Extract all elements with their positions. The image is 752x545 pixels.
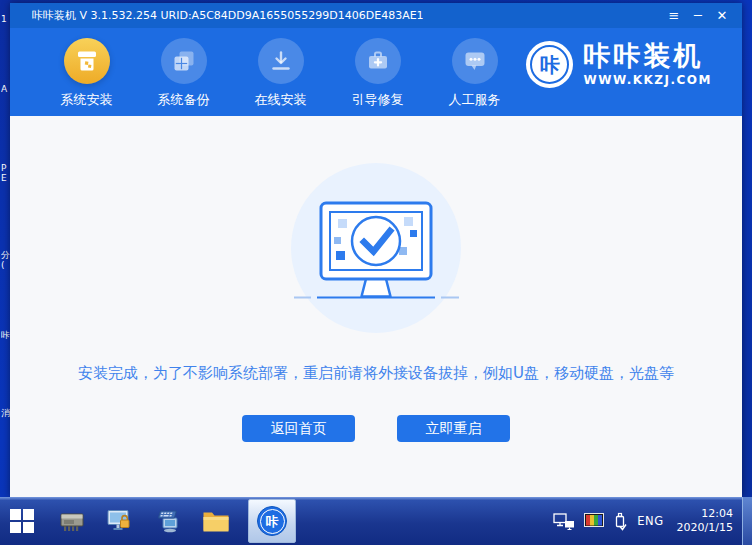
logo-text: 咔咔装机 WWW.KKZJ.COM [583,42,712,86]
online-download-icon [258,38,304,84]
taskbar-item-kaka-installer-active[interactable]: 咔 [248,499,296,543]
chip-icon [58,509,86,533]
success-monitor-illustration [286,201,466,305]
safely-remove-usb-icon[interactable] [613,512,628,531]
desktop-icon-label-fragment: 咔 [1,330,10,340]
keyboard-monitor-icon [154,509,182,533]
completion-message: 安装完成，为了不影响系统部署，重启前请将外接设备拔掉，例如U盘，移动硬盘，光盘等 [10,364,742,383]
action-buttons: 返回首页 立即重启 [10,415,742,442]
logo-symbol: 咔 [539,55,561,75]
desktop-icon-label-fragment: 1 [1,14,10,24]
window-controls: ≡ ─ ✕ [666,7,730,25]
start-button[interactable] [0,509,44,533]
support-chat-icon [452,38,498,84]
windows-logo-icon [10,509,34,533]
nav-label: 在线安装 [255,91,307,109]
nav-label: 系统备份 [158,91,210,109]
desktop-icon-label-fragment: 消 [1,408,10,418]
folder-icon [202,510,230,533]
install-box-icon [64,38,110,84]
kaka-app-icon: 咔 [257,506,287,536]
taskbar-item-chip-tool[interactable] [52,509,92,533]
clock-time: 12:04 [677,507,733,521]
main-content: 安装完成，为了不影响系统部署，重启前请将外接设备拔掉，例如U盘，移动硬盘，光盘等… [10,116,742,497]
minimize-icon[interactable]: ─ [690,7,706,25]
show-desktop-button[interactable] [742,497,752,545]
desktop-icon-label-fragment: PE [1,163,10,183]
display-settings-icon[interactable] [584,513,604,529]
clock-date: 2020/1/15 [677,521,733,535]
logo-title: 咔咔装机 [583,42,712,70]
nav-label: 人工服务 [449,91,501,109]
brand-logo: 咔 咔咔装机 WWW.KKZJ.COM [526,41,712,88]
return-home-button[interactable]: 返回首页 [242,415,355,442]
menu-icon[interactable]: ≡ [666,7,682,25]
taskbar-item-input-tool[interactable] [148,509,188,533]
nav-label: 系统安装 [61,91,113,109]
taskbar-left: 咔 [0,497,296,545]
nav-label: 引导修复 [352,91,404,109]
desktop-icon-label-fragment: A [1,84,10,94]
titlebar[interactable]: 咔咔装机 V 3.1.532.254 URID:A5C84DD9A1655055… [10,3,742,28]
nav-item-boot-repair[interactable]: 引导修复 [329,28,426,116]
backup-icon [161,38,207,84]
taskbar-item-screen-lock-tool[interactable] [100,509,140,533]
nav-item-system-install[interactable]: 系统安装 [38,28,135,116]
nav-item-support[interactable]: 人工服务 [426,28,523,116]
close-icon[interactable]: ✕ [714,7,730,25]
kaka-installer-window: 咔咔装机 V 3.1.532.254 URID:A5C84DD9A1655055… [10,3,742,497]
desktop-icon-label-fragment: 分( [1,250,10,270]
taskbar-item-file-explorer[interactable] [196,510,236,533]
nav-bar: 系统安装 系统备份 [10,28,742,116]
screen-lock-icon [107,509,133,533]
boot-repair-toolbox-icon [355,38,401,84]
logo-url: WWW.KKZJ.COM [583,73,712,87]
reboot-now-button[interactable]: 立即重启 [397,415,510,442]
network-icon[interactable] [553,513,575,530]
window-title: 咔咔装机 V 3.1.532.254 URID:A5C84DD9A1655055… [32,8,666,23]
system-tray: ENG 12:04 2020/1/15 [553,497,742,545]
kaka-logo-icon: 咔 [526,41,573,88]
taskbar: 咔 ENG 12:04 2020/1/15 [0,497,752,545]
nav-item-online-install[interactable]: 在线安装 [232,28,329,116]
nav-item-system-backup[interactable]: 系统备份 [135,28,232,116]
language-indicator[interactable]: ENG [637,514,663,528]
taskbar-clock[interactable]: 12:04 2020/1/15 [673,507,737,536]
